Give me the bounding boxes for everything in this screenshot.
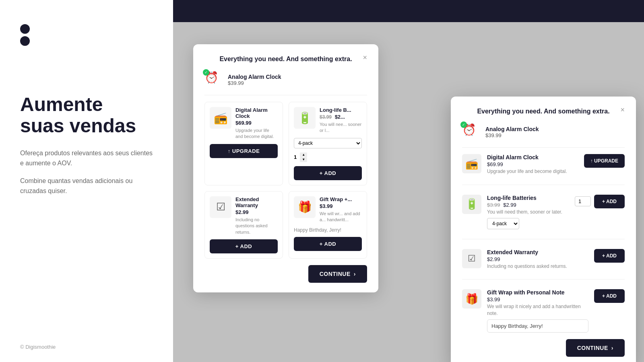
continue-button-front[interactable]: CONTINUE › <box>566 339 625 357</box>
modal-back: Everything you need. And something extra… <box>193 44 378 292</box>
upsell-name-warranty: Extended Warranty <box>235 196 278 208</box>
batteries-desc-front: You will need them, sooner or later. <box>487 209 569 216</box>
upsell-img-warranty: ☑ <box>210 196 231 218</box>
continue-button-back[interactable]: CONTINUE › <box>308 265 367 283</box>
upsell-card-top-3: ☑ Extended Warranty $2.99 Including no q… <box>210 196 278 235</box>
ordered-product-info-back: Analog Alarm Clock $39.99 <box>228 74 281 86</box>
upsell-list-item-giftwrap: 🎁 Gift Wrap with Personal Note $3.99 We … <box>462 289 625 333</box>
top-bar <box>173 0 644 22</box>
modal-back-title: Everything you need. And something extra… <box>204 56 367 63</box>
ordered-product-name-back: Analog Alarm Clock <box>228 74 281 80</box>
paragraph-1: Ofereça produtos relevantes aos seus cli… <box>20 148 153 169</box>
qty-down-back[interactable]: ▼ <box>300 157 307 162</box>
digital-clock-icon: 📻 <box>214 111 228 125</box>
add-button-giftwrap-back[interactable]: + ADD <box>294 237 362 251</box>
batteries-select-front[interactable]: 4-pack 8-pack <box>487 218 519 229</box>
giftwrap-price-front: $3.99 <box>487 296 588 302</box>
continue-label-front: CONTINUE <box>577 345 608 351</box>
batteries-info-front: Long-life Batteries $3.99 $2.99 You will… <box>487 195 569 229</box>
upsell-card-giftwrap: 🎁 Gift Wrap +... $3.99 We will wr... and… <box>289 191 367 259</box>
upsell-price-digital-clock: $69.99 <box>235 120 278 126</box>
paragraph-2: Combine quantas vendas adicionais ou cru… <box>20 176 153 196</box>
warranty-desc-front: Including no questions asked returns. <box>487 263 588 270</box>
batteries-price-front: $3.99 $2.99 <box>487 202 569 208</box>
divider-1 <box>462 185 625 185</box>
upsell-name-batteries: Long-life B... <box>320 107 362 113</box>
add-button-batteries-back[interactable]: + ADD <box>294 166 362 180</box>
upsell-img-digital-clock: 📻 <box>210 107 231 129</box>
ordered-product-price-front: $39.99 <box>485 132 539 138</box>
giftwrap-icon-front: 🎁 <box>462 289 481 309</box>
logo-dot-2 <box>20 36 30 46</box>
quantity-row-back: 1 ▲ ▼ <box>294 152 362 162</box>
batteries-controls-front: 4-pack 8-pack <box>487 218 569 229</box>
continue-row-front: CONTINUE › <box>462 339 625 357</box>
upsell-info-batteries: Long-life B... $3.99 $2... You will nee.… <box>320 107 362 134</box>
upsell-name-digital-clock: Digital Alarm Clock <box>235 107 278 119</box>
giftwrap-name-front: Gift Wrap with Personal Note <box>487 289 588 296</box>
add-button-warranty-front[interactable]: + ADD <box>594 249 625 263</box>
add-button-warranty-back[interactable]: + ADD <box>210 239 278 253</box>
ordered-product-icon-back: ⏰ ✓ <box>204 71 222 88</box>
upsell-info-giftwrap: Gift Wrap +... $3.99 We will wr... and a… <box>320 196 362 223</box>
warranty-info-front: Extended Warranty $2.99 Including no que… <box>487 249 588 270</box>
modal-front-header: Everything you need. And something extra… <box>462 108 625 115</box>
upsell-grid-back: 📻 Digital Alarm Clock $69.99 Upgrade you… <box>204 102 367 259</box>
upgrade-button-back[interactable]: ↑ UPGRADE <box>210 144 278 158</box>
add-button-giftwrap-front[interactable]: + ADD <box>594 289 625 303</box>
upsell-card-top-2: 🔋 Long-life B... $3.99 $2... You will ne… <box>294 107 362 134</box>
upsell-img-giftwrap: 🎁 <box>294 196 316 218</box>
quantity-val-back: 1 <box>294 154 297 160</box>
right-panel: Everything you need. And something extra… <box>173 0 644 362</box>
modal-back-header: Everything you need. And something extra… <box>204 56 367 63</box>
digital-clock-info-front: Digital Alarm Clock $69.99 Upgrade your … <box>487 154 578 175</box>
logo-dot-1 <box>20 24 30 34</box>
batteries-action-front: + ADD <box>575 195 625 208</box>
headline: Aumente suas vendas <box>20 94 153 137</box>
digital-clock-desc-front: Upgrade your life and become digital. <box>487 168 578 175</box>
digital-clock-action-front: ↑ UPGRADE <box>584 154 625 168</box>
batteries-price-old-front: $3.99 <box>487 202 500 208</box>
upsell-card-warranty: ☑ Extended Warranty $2.99 Including no q… <box>204 191 283 259</box>
upsell-desc-giftwrap: We will wr... and add a... handwritt... <box>320 211 362 223</box>
modal-front-close[interactable]: × <box>620 106 625 113</box>
note-label-back: Happy Birthday, Jerry! <box>294 227 362 233</box>
batteries-quantity-front[interactable] <box>575 196 591 206</box>
upsell-list-item-batteries: 🔋 Long-life Batteries $3.99 $2.99 You wi… <box>462 195 625 229</box>
upsell-img-batteries: 🔋 <box>294 107 316 129</box>
upsell-price-old-batteries: $3.99 <box>320 114 332 120</box>
digital-clock-name-front: Digital Alarm Clock <box>487 154 578 160</box>
warranty-action-front: + ADD <box>594 249 625 263</box>
batteries-select-back[interactable]: 4-pack 8-pack <box>294 138 362 148</box>
upsell-list-item-warranty: ☑ Extended Warranty $2.99 Including no q… <box>462 249 625 270</box>
divider-3 <box>462 279 625 280</box>
ordered-product-info-front: Analog Alarm Clock $39.99 <box>485 126 539 138</box>
upsell-name-giftwrap: Gift Wrap +... <box>320 196 362 202</box>
batteries-name-front: Long-life Batteries <box>487 195 569 201</box>
modal-front: Everything you need. And something extra… <box>451 97 636 362</box>
left-panel: Aumente suas vendas Ofereça produtos rel… <box>0 0 173 362</box>
add-button-batteries-front[interactable]: + ADD <box>594 195 625 208</box>
upsell-info-warranty: Extended Warranty $2.99 Including no que… <box>235 196 278 235</box>
quantity-stepper-back[interactable]: ▲ ▼ <box>300 152 307 162</box>
upgrade-button-front[interactable]: ↑ UPGRADE <box>584 154 625 168</box>
upsell-list-front: 📻 Digital Alarm Clock $69.99 Upgrade you… <box>462 154 625 333</box>
batteries-icon-back: 🔋 <box>298 111 312 125</box>
upsell-desc-digital-clock: Upgrade your life and become digital. <box>235 128 278 140</box>
qty-up-back[interactable]: ▲ <box>300 152 307 157</box>
check-badge-back: ✓ <box>203 69 209 76</box>
upsell-card-batteries: 🔋 Long-life B... $3.99 $2... You will ne… <box>289 102 367 185</box>
upsell-card-top-4: 🎁 Gift Wrap +... $3.99 We will wr... and… <box>294 196 362 223</box>
modal-back-close[interactable]: × <box>363 54 367 61</box>
upsell-info-digital-clock: Digital Alarm Clock $69.99 Upgrade your … <box>235 107 278 140</box>
upsell-price-warranty: $2.99 <box>235 209 278 215</box>
giftwrap-desc-front: We will wrap it nicely and add a handwri… <box>487 303 588 317</box>
check-badge-front: ✓ <box>460 121 467 128</box>
upsell-desc-batteries: You will nee... sooner or l... <box>320 121 362 134</box>
warranty-icon-back: ☑ <box>216 201 225 213</box>
giftwrap-note-front[interactable] <box>487 319 588 333</box>
digital-clock-icon-front: 📻 <box>462 154 481 173</box>
upsell-card-top-1: 📻 Digital Alarm Clock $69.99 Upgrade you… <box>210 107 278 140</box>
ordered-product-price-back: $39.99 <box>228 80 281 86</box>
giftwrap-icon-back: 🎁 <box>298 200 312 214</box>
